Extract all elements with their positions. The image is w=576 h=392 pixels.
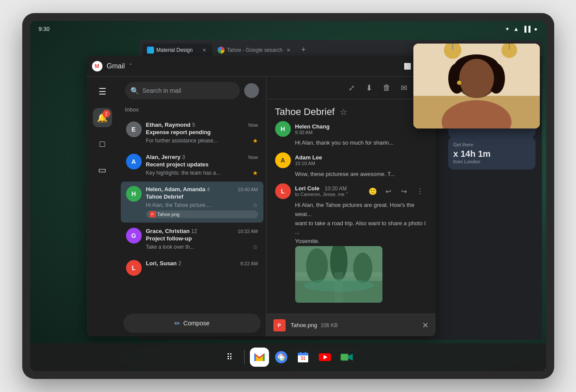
svg-point-22 xyxy=(457,81,461,85)
thread-message-1: H Helen Chang 9:30 AM Hi Alan, thank you… xyxy=(275,121,427,147)
sidebar-notifications-icon[interactable]: 🔔 2 xyxy=(93,108,112,127)
tablet-shell: 9:30 ✦ ▲ ▐▐ ● Material Design ✕ Tahoe - … xyxy=(22,13,554,379)
email-header-2: Alan, Jerrery 3 Now xyxy=(146,154,258,160)
email-avatar-3: H xyxy=(126,186,142,202)
email-attachment-chip-3[interactable]: P Tahoe.png xyxy=(146,210,258,218)
svg-rect-43 xyxy=(341,355,348,360)
chrome-tab-title-1: Material Design xyxy=(157,47,198,53)
svg-rect-38 xyxy=(305,352,306,354)
chat-icon: □ xyxy=(99,139,105,149)
email-item-4[interactable]: G Grace, Christian 12 10:32 AM Project f… xyxy=(121,223,263,255)
notification-badge: 2 xyxy=(102,110,110,118)
email-time-5: 8:22 AM xyxy=(240,261,258,266)
detail-subject-text: Tahoe Debrief xyxy=(275,106,335,118)
compose-pencil-icon: ✏ xyxy=(174,319,180,328)
battery-icon: ● xyxy=(534,26,538,32)
email-item-3[interactable]: H Helen, Adam, Amanda 4 10:40 AM Tahoe D… xyxy=(121,182,263,223)
gmail-titlebar: M Gmail ˅ ⬜ ✕ xyxy=(87,56,436,77)
tahoe-photo-svg xyxy=(295,246,382,303)
sidebar-menu-icon[interactable]: ☰ xyxy=(93,82,112,101)
new-tab-button[interactable]: + xyxy=(297,44,310,56)
thread-photo-attachment xyxy=(295,246,382,303)
email-item-1[interactable]: E Ethan, Raymond 5 Now Expense report pe… xyxy=(121,117,263,149)
taskbar-calendar-icon[interactable]: 31 xyxy=(293,348,313,367)
expand-icon-btn[interactable]: ⤢ xyxy=(345,81,359,95)
compose-button[interactable]: ✏ Compose xyxy=(123,314,261,333)
detail-star-button[interactable]: ☆ xyxy=(340,107,348,117)
svg-point-32 xyxy=(279,355,283,359)
chrome-tab-inactive[interactable]: Tahoe - Google sesarch ✕ xyxy=(213,44,297,57)
email-star-4[interactable]: ☆ xyxy=(252,243,258,250)
travel-route: from London xyxy=(453,159,530,164)
chrome-tab-active[interactable]: Material Design ✕ xyxy=(143,44,212,57)
sidebar-chat-icon[interactable]: □ xyxy=(93,134,112,153)
email-content-1: Ethan, Raymond 5 Now Expense report pend… xyxy=(146,122,258,144)
attachment-file-info: Tahoe.png 106 KB xyxy=(291,322,417,328)
emoji-button[interactable]: 🙂 xyxy=(366,184,380,198)
gmail-window: M Gmail ˅ ⬜ ✕ ☰ 🔔 2 □ xyxy=(87,56,436,336)
thread-sender-2: Adam Lee xyxy=(295,154,427,161)
taskbar-chrome-icon[interactable] xyxy=(272,348,291,367)
chrome-tab-close-2[interactable]: ✕ xyxy=(285,47,292,54)
thread-avatar-2: A xyxy=(275,152,291,168)
svg-rect-37 xyxy=(300,352,301,354)
more-msg-options-button[interactable]: ⋮ xyxy=(413,184,427,198)
sidebar-video-icon[interactable]: ▭ xyxy=(93,160,112,179)
svg-point-20 xyxy=(459,59,494,98)
svg-point-3 xyxy=(306,248,328,283)
email-item-2[interactable]: A Alan, Jerrery 3 Now Recent project upd… xyxy=(121,149,263,181)
email-time-4: 10:32 AM xyxy=(238,229,258,234)
chrome-tab-close-1[interactable]: ✕ xyxy=(201,47,208,54)
thread-msg-body-3: Hi Alan, the Tahoe pictures are great. H… xyxy=(275,201,427,246)
archive-icon-btn[interactable]: ⬇ xyxy=(362,81,376,95)
reply-button[interactable]: ↩ xyxy=(382,184,395,198)
travel-duration: x 14h 1m xyxy=(453,149,530,159)
email-preview-1: For further assistance please... xyxy=(146,138,218,144)
taskbar-meet-icon[interactable] xyxy=(337,348,356,367)
taskbar-gmail-icon[interactable] xyxy=(250,348,269,367)
email-time-3: 10:40 AM xyxy=(238,187,258,192)
detail-toolbar: ⤢ ⬇ 🗑 ✉ ⋮ xyxy=(266,77,436,99)
email-star-3[interactable]: ☆ xyxy=(252,202,258,209)
gmail-list-pane: 🔍 Search in mail Inbox E xyxy=(118,77,266,336)
email-time-2: Now xyxy=(248,155,258,160)
svg-point-7 xyxy=(304,279,374,292)
attachment-close-button[interactable]: ✕ xyxy=(422,321,429,330)
thread-msg-meta-3: Lori Cole 10:20 AM to Cameron, Jesse, me… xyxy=(295,185,361,197)
attachment-filename: Tahoe.png xyxy=(291,322,317,328)
attachment-file-type-icon: P xyxy=(273,319,286,331)
email-sender-3: Helen, Adam, Amanda 4 xyxy=(146,186,210,193)
taskbar-apps-button[interactable]: ⠿ xyxy=(220,348,239,367)
signal-icon: ▐▐ xyxy=(522,26,530,32)
taskbar-youtube-icon[interactable] xyxy=(315,348,334,367)
svg-marker-42 xyxy=(348,354,353,361)
user-avatar[interactable] xyxy=(244,83,259,98)
mark-unread-icon-btn[interactable]: ✉ xyxy=(397,81,411,95)
gmail-chevron-icon: ˅ xyxy=(129,63,132,70)
email-sender-2: Alan, Jerrery 3 xyxy=(146,154,185,160)
email-list: E Ethan, Raymond 5 Now Expense report pe… xyxy=(118,116,266,310)
search-bar[interactable]: 🔍 Search in mail xyxy=(125,82,240,99)
email-item-5[interactable]: L Lori, Susan 2 8:22 AM xyxy=(121,256,263,280)
youtube-icon-svg xyxy=(319,351,331,363)
forward-button[interactable]: ↪ xyxy=(397,184,411,198)
delete-icon-btn[interactable]: 🗑 xyxy=(380,81,394,95)
email-preview-4: Take a look over th... xyxy=(146,244,194,250)
email-meta-3: Hi Alan, the Tahoe picture.... ☆ xyxy=(146,202,258,209)
email-preview-2: Key highlights: the team has a... xyxy=(146,170,221,176)
video-room-svg xyxy=(413,44,540,128)
svg-rect-35 xyxy=(298,355,308,355)
email-header-5: Lori, Susan 2 8:22 AM xyxy=(146,260,258,267)
travel-label: Get there xyxy=(453,142,530,147)
thread-msg-header-3: L Lori Cole 10:20 AM to Cameron, Jesse, … xyxy=(275,183,427,199)
email-content-2: Alan, Jerrery 3 Now Recent project updat… xyxy=(146,154,258,176)
clock: 9:30 xyxy=(39,26,50,32)
email-star-2[interactable]: ★ xyxy=(252,169,258,176)
email-header-4: Grace, Christian 12 10:32 AM xyxy=(146,228,258,234)
gmail-maximize-button[interactable]: ⬜ xyxy=(402,60,414,72)
thread-msg-body-2: Wow, these picturese are awesome. T... xyxy=(275,170,427,179)
email-thread: H Helen Chang 9:30 AM Hi Alan, thank you… xyxy=(266,121,436,314)
recipients-toggle[interactable]: to Cameron, Jesse, me ˅ xyxy=(295,192,361,197)
email-star-1[interactable]: ★ xyxy=(252,137,258,144)
meet-icon-svg xyxy=(341,351,353,363)
